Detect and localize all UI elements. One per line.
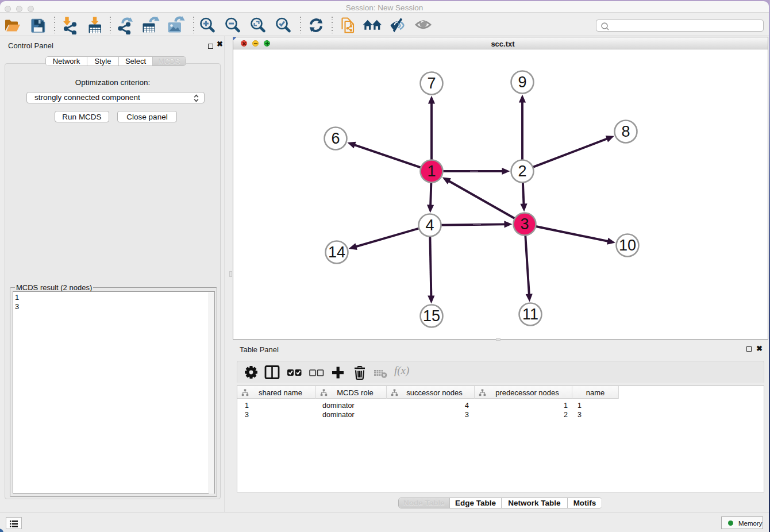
svg-text:8: 8 [621, 123, 630, 140]
svg-text:9: 9 [518, 74, 526, 91]
svg-text:3: 3 [520, 215, 529, 233]
svg-text:15: 15 [423, 307, 440, 325]
svg-text:7: 7 [427, 75, 436, 92]
svg-text:14: 14 [328, 244, 345, 261]
svg-text:4: 4 [425, 217, 434, 234]
svg-text:6: 6 [331, 130, 340, 147]
svg-text:11: 11 [522, 306, 538, 323]
svg-text:2: 2 [518, 163, 526, 180]
svg-text:10: 10 [619, 237, 636, 254]
svg-text:1: 1 [427, 163, 436, 180]
